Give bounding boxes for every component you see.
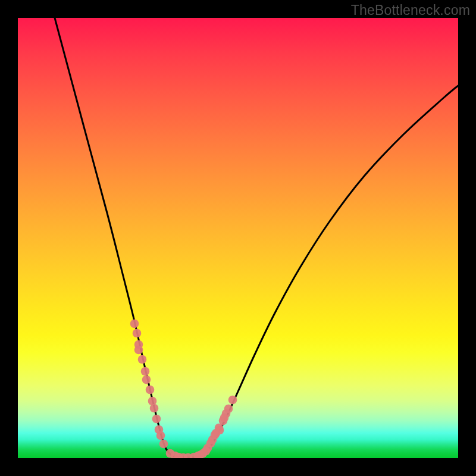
data-point [130, 320, 139, 328]
curve-path [55, 18, 458, 458]
chart-frame: TheBottleneck.com [0, 0, 476, 476]
plot-area [18, 18, 458, 458]
plot-svg [18, 18, 458, 458]
data-point [134, 346, 143, 355]
data-point [220, 414, 229, 422]
data-point [138, 355, 147, 364]
data-point [152, 415, 161, 424]
data-point [156, 431, 165, 440]
bottleneck-curve [55, 18, 458, 458]
data-point [133, 329, 142, 338]
data-point [211, 431, 220, 440]
site-credit: TheBottleneck.com [351, 2, 470, 18]
data-point [159, 440, 168, 449]
data-point [141, 367, 150, 376]
data-point [146, 386, 155, 394]
data-point [224, 405, 233, 414]
data-point [142, 375, 151, 384]
data-point [150, 404, 159, 413]
data-point [228, 396, 237, 405]
data-point-group [130, 320, 237, 458]
